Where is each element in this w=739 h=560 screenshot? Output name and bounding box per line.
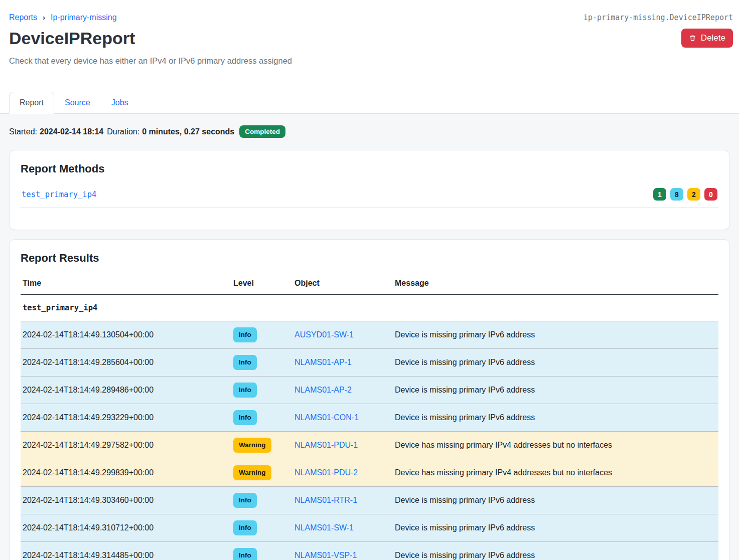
tab-source[interactable]: Source [54,92,101,114]
report-results-heading: Report Results [21,252,718,265]
result-object: NLAMS01-SW-1 [292,514,393,542]
result-time: 2024-02-14T18:14:49.314485+00:00 [21,542,231,560]
result-time: 2024-02-14T18:14:49.297582+00:00 [21,432,231,459]
report-results-card: Report Results Time Level Object Message… [9,239,730,560]
result-message: Device is missing primary IPv6 address [393,542,718,560]
status-badge: Completed [239,125,285,138]
result-message: Device has missing primary IPv4 addresse… [393,459,718,487]
method-group-row: test_primary_ip4 [21,294,718,321]
result-level: Info [231,349,292,377]
method-count-badge-warning: 2 [687,188,700,201]
module-path: ip-primary-missing.DeviceIPReport [583,13,733,22]
page-title: DeviceIPReport [9,29,135,48]
result-message: Device has missing primary IPv4 addresse… [393,432,718,459]
result-row: 2024-02-14T18:14:49.303460+00:00InfoNLAM… [21,487,718,514]
object-link[interactable]: NLAMS01-AP-2 [294,386,352,394]
result-message: Device is missing primary IPv6 address [393,321,718,349]
result-row: 2024-02-14T18:14:49.310712+00:00InfoNLAM… [21,514,718,542]
tab-jobs[interactable]: Jobs [101,92,139,114]
result-message: Device is missing primary IPv6 address [393,514,718,542]
result-row: 2024-02-14T18:14:49.314485+00:00InfoNLAM… [21,542,718,560]
result-object: NLAMS01-AP-1 [292,349,393,377]
result-level: Info [231,542,292,560]
object-link[interactable]: NLAMS01-RTR-1 [294,496,357,504]
result-object: NLAMS01-VSP-1 [292,542,393,560]
object-link[interactable]: AUSYD01-SW-1 [294,330,354,339]
method-count-badge-info: 8 [670,188,683,201]
column-header-level: Level [231,273,292,294]
column-header-time: Time [21,273,231,294]
result-level: Info [231,377,292,404]
result-message: Device is missing primary IPv6 address [393,487,718,514]
method-count-badge-danger: 0 [704,188,717,201]
report-content: Started: 2024-02-14 18:14 Duration: 0 mi… [0,114,739,560]
level-badge-info: Info [233,327,257,342]
result-message: Device is missing primary IPv6 address [393,404,718,432]
level-badge-info: Info [233,355,257,370]
result-object: NLAMS01-PDU-2 [292,459,393,487]
trash-icon [689,34,696,42]
level-badge-info: Info [233,548,257,560]
page-header: Reports › Ip-primary-missing ip-primary-… [0,0,739,66]
result-object: NLAMS01-CON-1 [292,404,393,432]
object-link[interactable]: NLAMS01-AP-1 [294,358,352,366]
tab-bar: Report Source Jobs [0,92,739,114]
breadcrumb-link-reports[interactable]: Reports [9,13,37,22]
result-level: Info [231,487,292,514]
breadcrumb: Reports › Ip-primary-missing [9,13,117,22]
duration-value: 0 minutes, 0.27 seconds [142,127,234,136]
level-badge-info: Info [233,520,257,535]
result-level: Info [231,321,292,349]
method-badges: 1820 [653,188,717,201]
result-level: Info [231,404,292,432]
result-time: 2024-02-14T18:14:49.289486+00:00 [21,377,231,404]
object-link[interactable]: NLAMS01-SW-1 [294,523,354,532]
method-count-badge-success: 1 [653,188,666,201]
result-row: 2024-02-14T18:14:49.285604+00:00InfoNLAM… [21,349,718,377]
result-object: NLAMS01-PDU-1 [292,432,393,459]
report-methods-heading: Report Methods [21,162,718,175]
result-row: 2024-02-14T18:14:49.297582+00:00WarningN… [21,432,718,459]
tab-report[interactable]: Report [9,92,54,114]
result-level: Info [231,514,292,542]
method-link[interactable]: test_primary_ip4 [22,190,96,199]
chevron-right-icon: › [43,13,45,22]
result-time: 2024-02-14T18:14:49.130504+00:00 [21,321,231,349]
report-methods-card: Report Methods test_primary_ip4 1820 [9,150,730,230]
level-badge-info: Info [233,493,257,508]
object-link[interactable]: NLAMS01-PDU-2 [294,468,358,477]
result-time: 2024-02-14T18:14:49.299839+00:00 [21,459,231,487]
results-table: Time Level Object Message test_primary_i… [21,273,718,560]
object-link[interactable]: NLAMS01-PDU-1 [294,441,358,449]
started-value: 2024-02-14 18:14 [40,127,103,136]
result-message: Device is missing primary IPv6 address [393,349,718,377]
duration-label: Duration: [107,127,139,136]
result-time: 2024-02-14T18:14:49.303460+00:00 [21,487,231,514]
object-link[interactable]: NLAMS01-VSP-1 [294,551,357,559]
column-header-object: Object [292,273,393,294]
result-message: Device is missing primary IPv6 address [393,377,718,404]
result-object: NLAMS01-AP-2 [292,377,393,404]
run-status-line: Started: 2024-02-14 18:14 Duration: 0 mi… [9,125,730,138]
level-badge-warning: Warning [233,465,271,480]
result-row: 2024-02-14T18:14:49.289486+00:00InfoNLAM… [21,377,718,404]
level-badge-info: Info [233,383,257,398]
started-label: Started: [9,127,37,136]
result-row: 2024-02-14T18:14:49.130504+00:00InfoAUSY… [21,321,718,349]
method-row: test_primary_ip4 1820 [21,180,718,208]
object-link[interactable]: NLAMS01-CON-1 [294,413,359,422]
breadcrumb-link-module[interactable]: Ip-primary-missing [51,13,117,22]
result-row: 2024-02-14T18:14:49.299839+00:00WarningN… [21,459,718,487]
result-time: 2024-02-14T18:14:49.310712+00:00 [21,514,231,542]
result-time: 2024-02-14T18:14:49.293229+00:00 [21,404,231,432]
report-description: Check that every device has either an IP… [9,56,733,66]
method-group-label: test_primary_ip4 [21,294,718,321]
delete-button[interactable]: Delete [681,29,733,48]
result-time: 2024-02-14T18:14:49.285604+00:00 [21,349,231,377]
level-badge-warning: Warning [233,438,271,453]
result-level: Warning [231,432,292,459]
delete-button-label: Delete [701,33,725,43]
result-object: AUSYD01-SW-1 [292,321,393,349]
results-header-row: Time Level Object Message [21,273,718,294]
column-header-message: Message [393,273,718,294]
